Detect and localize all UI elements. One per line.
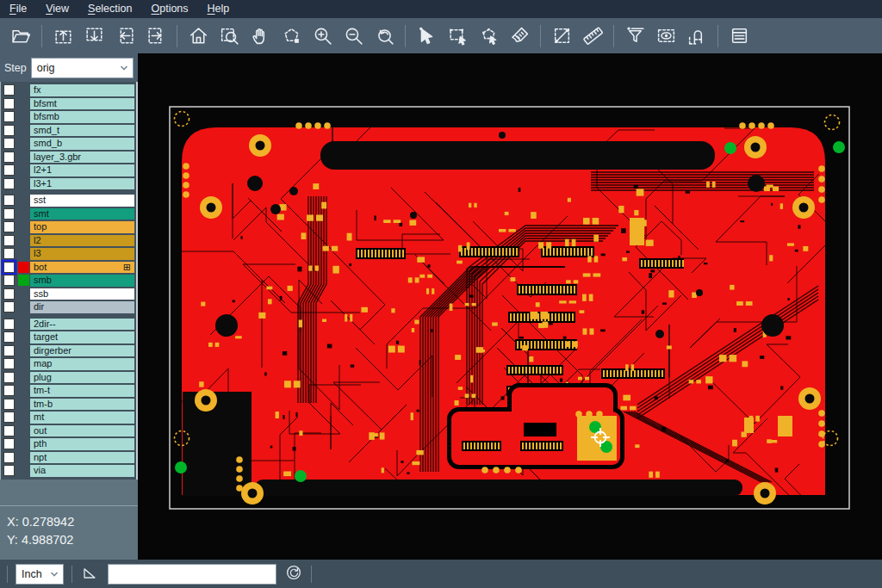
zoom-polygon-button[interactable] (276, 22, 307, 51)
layer-visibility-checkbox[interactable] (3, 372, 15, 383)
layer-color-swatch[interactable] (18, 138, 29, 149)
layer-color-swatch[interactable] (18, 235, 29, 246)
layer-name[interactable]: ssb (30, 288, 134, 300)
angle-measure-icon[interactable] (80, 563, 99, 585)
layer-visibility-checkbox[interactable] (3, 288, 15, 300)
layer-color-swatch[interactable] (18, 438, 29, 449)
pcb-canvas[interactable] (138, 53, 882, 560)
layer-name[interactable]: fx (30, 84, 134, 96)
layer-color-swatch[interactable] (18, 372, 29, 383)
measure-distance-button[interactable] (546, 22, 577, 51)
layer-name[interactable]: npt (30, 452, 134, 464)
menu-help[interactable]: Help (198, 0, 239, 18)
layer-color-swatch[interactable] (18, 331, 29, 343)
layer-visibility-checkbox[interactable] (3, 208, 15, 220)
layer-visibility-checkbox[interactable] (3, 164, 15, 176)
layer-name[interactable]: layer_3.gbr (30, 152, 134, 164)
layer-color-swatch[interactable] (18, 465, 29, 476)
layer-visibility-checkbox[interactable] (3, 465, 15, 476)
menu-options[interactable]: Options (141, 0, 197, 18)
layer-color-swatch[interactable] (18, 412, 29, 423)
layer-color-swatch[interactable] (18, 178, 29, 189)
layer-visibility-checkbox[interactable] (3, 438, 15, 449)
select-rectangle-button[interactable] (442, 22, 473, 51)
layer-name[interactable]: plug (30, 372, 134, 384)
layer-name[interactable]: sst (30, 195, 134, 207)
layer-name[interactable]: bfsmt (30, 98, 134, 110)
pan-up-button[interactable] (47, 22, 78, 51)
layer-name[interactable]: l3+1 (30, 178, 134, 190)
filter-button[interactable] (619, 22, 650, 51)
layer-name[interactable]: smd_t (30, 125, 134, 137)
pan-hand-button[interactable] (245, 22, 276, 51)
refresh-icon[interactable] (284, 563, 303, 585)
snap-magnet-button[interactable] (681, 22, 712, 51)
layer-color-swatch[interactable] (18, 164, 29, 176)
layer-name[interactable]: l3 (30, 248, 134, 260)
layer-color-swatch[interactable] (18, 221, 29, 232)
menu-file[interactable]: File (0, 0, 36, 18)
layer-visibility-checkbox[interactable] (3, 452, 15, 463)
layer-color-swatch[interactable] (18, 262, 29, 273)
layer-visibility-checkbox[interactable] (3, 412, 15, 423)
view-area-button[interactable] (650, 22, 681, 51)
layer-color-swatch[interactable] (18, 195, 29, 206)
open-folder-button[interactable] (5, 22, 36, 51)
unit-select[interactable]: Inch (16, 564, 64, 585)
select-polygon-button[interactable] (473, 22, 504, 51)
layer-color-swatch[interactable] (18, 301, 29, 313)
layer-name[interactable]: l2+1 (30, 164, 134, 176)
home-view-button[interactable] (183, 22, 214, 51)
layer-name[interactable]: out (30, 425, 134, 437)
zoom-previous-button[interactable] (369, 22, 400, 51)
layer-name[interactable]: top (30, 221, 134, 233)
layer-color-swatch[interactable] (18, 425, 29, 436)
layer-name[interactable]: mt (30, 412, 134, 424)
layer-visibility-checkbox[interactable] (3, 358, 15, 369)
layer-color-swatch[interactable] (18, 152, 29, 163)
pan-right-button[interactable] (140, 22, 171, 51)
layer-visibility-checkbox[interactable] (3, 221, 15, 232)
step-select[interactable]: orig (31, 58, 134, 78)
layer-name[interactable]: pth (30, 438, 134, 450)
layer-color-swatch[interactable] (18, 385, 29, 396)
layer-color-swatch[interactable] (18, 111, 29, 122)
report-list-button[interactable] (724, 22, 755, 51)
layer-name[interactable]: dir (30, 301, 134, 313)
layer-name[interactable]: dirgerber (30, 345, 134, 357)
layer-color-swatch[interactable] (18, 345, 29, 356)
layer-name[interactable]: via (30, 465, 134, 477)
layer-name[interactable]: bfsmb (30, 111, 134, 123)
layer-name[interactable]: l2 (30, 235, 134, 247)
layer-visibility-checkbox[interactable] (3, 248, 15, 259)
layer-visibility-checkbox[interactable] (3, 385, 15, 396)
pan-left-button[interactable] (109, 22, 140, 51)
measure-ruler-button[interactable] (577, 22, 608, 51)
layer-color-swatch[interactable] (18, 98, 29, 109)
layer-color-swatch[interactable] (18, 358, 29, 369)
menu-view[interactable]: View (36, 0, 78, 18)
layer-color-swatch[interactable] (18, 248, 29, 259)
layer-visibility-checkbox[interactable] (3, 275, 15, 286)
layer-name[interactable]: tm-b (30, 399, 134, 411)
layer-visibility-checkbox[interactable] (3, 138, 15, 149)
layer-visibility-checkbox[interactable] (3, 125, 15, 136)
select-arrow-button[interactable] (411, 22, 442, 51)
layer-name[interactable]: smd_b (30, 138, 134, 150)
layer-visibility-checkbox[interactable] (3, 301, 15, 313)
layer-visibility-checkbox[interactable] (3, 319, 15, 330)
layer-color-swatch[interactable] (18, 125, 29, 136)
paint-brush-button[interactable] (504, 22, 535, 51)
command-input[interactable] (108, 564, 276, 585)
layer-visibility-checkbox[interactable] (3, 262, 15, 273)
layer-color-swatch[interactable] (18, 208, 29, 220)
layer-color-swatch[interactable] (18, 275, 29, 286)
layer-visibility-checkbox[interactable] (3, 235, 15, 246)
layer-visibility-checkbox[interactable] (3, 195, 15, 206)
layer-color-swatch[interactable] (18, 399, 29, 410)
layer-visibility-checkbox[interactable] (3, 425, 15, 436)
zoom-in-button[interactable] (307, 22, 338, 51)
layer-color-swatch[interactable] (18, 84, 29, 96)
layer-color-swatch[interactable] (18, 319, 29, 330)
layer-name[interactable]: smb (30, 275, 134, 287)
